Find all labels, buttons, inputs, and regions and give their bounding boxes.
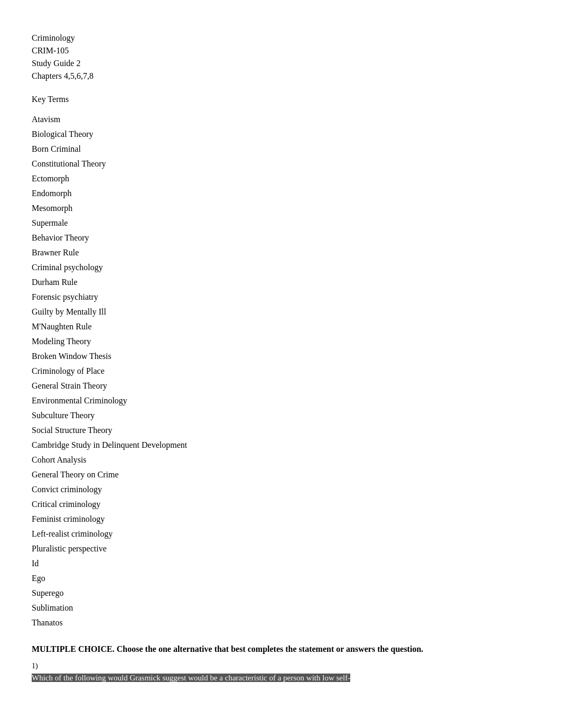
question-1-text: Which of the following would Grasmick su… xyxy=(32,674,350,682)
term-item: Mesomorph xyxy=(32,201,529,216)
question-1-block: 1) Which of the following would Grasmick… xyxy=(32,661,529,684)
term-item: Superego xyxy=(32,586,529,601)
term-item: Durham Rule xyxy=(32,275,529,290)
term-item: Forensic psychiatry xyxy=(32,290,529,305)
key-terms-label: Key Terms xyxy=(32,93,529,106)
header-line4: Chapters 4,5,6,7,8 xyxy=(32,70,529,82)
term-item: Id xyxy=(32,556,529,571)
term-item: Feminist criminology xyxy=(32,512,529,527)
header-line1: Criminology xyxy=(32,32,529,44)
term-item: M'Naughten Rule xyxy=(32,319,529,334)
term-item: Environmental Criminology xyxy=(32,393,529,408)
term-item: Social Structure Theory xyxy=(32,423,529,438)
term-item: Guilty by Mentally Ill xyxy=(32,305,529,319)
question-1-number: 1) xyxy=(32,661,529,671)
term-item: Criminal psychology xyxy=(32,260,529,275)
multiple-choice-header: MULTIPLE CHOICE. Choose the one alternat… xyxy=(32,643,529,656)
term-item: Convict criminology xyxy=(32,482,529,497)
header-line2: CRIM-105 xyxy=(32,44,529,57)
term-item: Ego xyxy=(32,571,529,586)
term-item: Criminology of Place xyxy=(32,364,529,379)
term-item: Ectomorph xyxy=(32,171,529,186)
term-item: General Strain Theory xyxy=(32,379,529,393)
header-line3: Study Guide 2 xyxy=(32,57,529,70)
term-item: Subculture Theory xyxy=(32,408,529,423)
term-item: Atavism xyxy=(32,112,529,127)
term-item: Cohort Analysis xyxy=(32,453,529,467)
term-item: Broken Window Thesis xyxy=(32,349,529,364)
term-item: Constitutional Theory xyxy=(32,156,529,171)
term-item: General Theory on Crime xyxy=(32,467,529,482)
term-item: Behavior Theory xyxy=(32,231,529,245)
term-item: Left-realist criminology xyxy=(32,527,529,541)
terms-list: AtavismBiological TheoryBorn CriminalCon… xyxy=(32,112,529,630)
term-item: Brawner Rule xyxy=(32,245,529,260)
term-item: Modeling Theory xyxy=(32,334,529,349)
document-header: Criminology CRIM-105 Study Guide 2 Chapt… xyxy=(32,32,529,82)
term-item: Critical criminology xyxy=(32,497,529,512)
term-item: Supermale xyxy=(32,216,529,231)
term-item: Endomorph xyxy=(32,186,529,201)
term-item: Cambridge Study in Delinquent Developmen… xyxy=(32,438,529,453)
term-item: Pluralistic perspective xyxy=(32,541,529,556)
term-item: Biological Theory xyxy=(32,127,529,142)
term-item: Thanatos xyxy=(32,615,529,630)
term-item: Born Criminal xyxy=(32,142,529,156)
term-item: Sublimation xyxy=(32,601,529,615)
